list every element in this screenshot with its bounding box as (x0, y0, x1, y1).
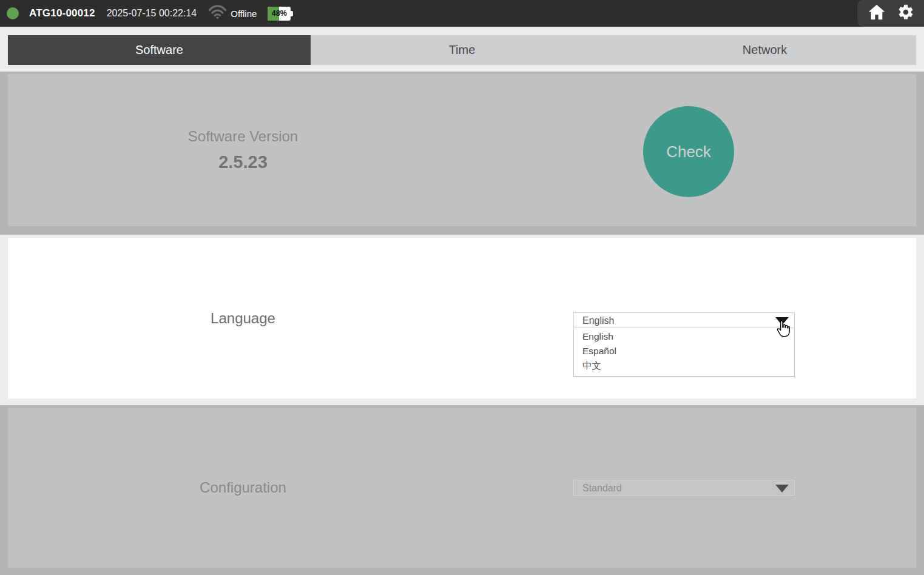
gear-icon (897, 4, 914, 23)
tab-time-label: Time (449, 43, 476, 57)
language-selected-value: English (582, 313, 614, 328)
software-version-panel: Software Version 2.5.23 Check (8, 74, 916, 226)
tab-network[interactable]: Network (613, 35, 916, 65)
configuration-label-col: Configuration (8, 408, 478, 568)
language-section: Language English English Español 中文 (8, 238, 916, 398)
tab-software[interactable]: Software (8, 35, 311, 65)
software-version-value: 2.5.23 (218, 152, 268, 172)
language-select[interactable]: English (573, 312, 795, 328)
device-id: ATG10-00012 (29, 7, 95, 19)
status-dot-icon (7, 7, 19, 19)
tab-software-label: Software (135, 43, 183, 57)
settings-button[interactable] (897, 4, 914, 23)
chevron-down-icon (775, 485, 789, 493)
battery-percent-label: 48% (268, 7, 291, 21)
home-icon (868, 4, 885, 22)
battery-nub (291, 11, 293, 16)
language-option-chinese[interactable]: 中文 (574, 358, 794, 373)
language-label: Language (211, 310, 275, 327)
tab-time[interactable]: Time (311, 35, 613, 65)
language-option-espanol[interactable]: Español (574, 344, 794, 358)
home-button[interactable] (868, 4, 885, 22)
battery-icon: 48% (268, 7, 293, 21)
configuration-panel: Configuration Standard (8, 408, 916, 568)
topbar-action-group (857, 0, 924, 27)
app-root: ATG10-00012 2025-07-15 00:22:14 Offline … (0, 0, 924, 575)
check-button[interactable]: Check (643, 106, 734, 197)
software-version-labels: Software Version 2.5.23 (8, 74, 478, 226)
wifi-status-label: Offline (231, 8, 257, 19)
software-version-title: Software Version (188, 128, 298, 145)
tab-bar: Software Time Network (8, 35, 916, 65)
language-option-english[interactable]: English (574, 329, 794, 344)
battery-body: 48% (268, 7, 291, 21)
wifi-status: Offline (208, 4, 257, 22)
check-button-label: Check (666, 143, 711, 161)
software-version-section: Software Version 2.5.23 Check (0, 72, 924, 235)
configuration-label: Configuration (200, 479, 286, 496)
tab-network-label: Network (743, 43, 787, 57)
configuration-section: Configuration Standard (0, 405, 924, 575)
chevron-down-icon (775, 317, 789, 325)
configuration-selected-value: Standard (582, 480, 622, 496)
clock-timestamp: 2025-07-15 00:22:14 (107, 8, 197, 19)
language-label-col: Language (8, 238, 478, 398)
language-options-list: English Español 中文 (573, 328, 795, 377)
configuration-select[interactable]: Standard (573, 480, 795, 496)
top-status-bar: ATG10-00012 2025-07-15 00:22:14 Offline … (0, 0, 924, 27)
wifi-icon (208, 4, 227, 22)
